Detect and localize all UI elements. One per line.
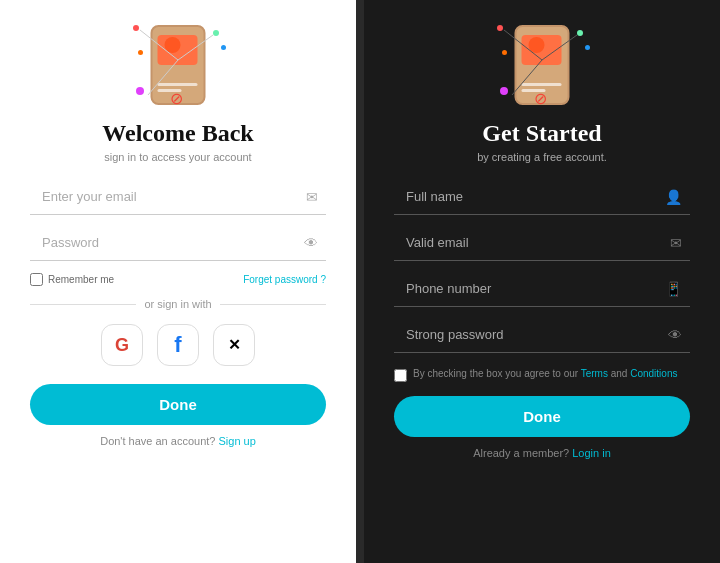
signup-bottom-text: Already a member? Login in <box>473 447 611 459</box>
or-text: or sign in with <box>144 298 211 310</box>
login-panel: ⊘ Welcome Back sign in to access your ac… <box>0 0 356 563</box>
decoration-dot <box>136 87 144 95</box>
signup-password-input-group: 👁 <box>394 317 690 353</box>
login-bottom-text: Don't have an account? Sign up <box>100 435 256 447</box>
illustration-right: ⊘ <box>492 20 592 110</box>
decoration-dot <box>221 45 226 50</box>
remember-checkbox[interactable] <box>30 273 43 286</box>
terms-link[interactable]: Terms <box>581 368 608 379</box>
no-sign-icon: ⊘ <box>170 89 183 108</box>
phone-avatar-right <box>529 37 545 53</box>
decoration-dot <box>497 25 503 31</box>
terms-row: By checking the box you agree to our Ter… <box>394 367 690 382</box>
signup-panel: ⊘ Get Started by creating a free account… <box>364 0 720 563</box>
decoration-dot <box>502 50 507 55</box>
phone-avatar <box>165 37 181 53</box>
eye-icon[interactable]: 👁 <box>304 235 318 251</box>
phone-line <box>158 83 198 86</box>
signup-done-button[interactable]: Done <box>394 396 690 437</box>
signup-link[interactable]: Sign up <box>219 435 256 447</box>
twitter-signin-button[interactable]: ✕ <box>213 324 255 366</box>
eye-icon-right[interactable]: 👁 <box>668 327 682 343</box>
signup-email-input[interactable] <box>394 225 690 261</box>
phone-icon: 📱 <box>665 281 682 297</box>
no-sign-icon-right: ⊘ <box>534 89 547 108</box>
email-icon: ✉ <box>306 189 318 205</box>
remember-row: Remember me Forget password ? <box>30 273 326 286</box>
decoration-dot <box>500 87 508 95</box>
x-icon: ✕ <box>228 336 241 354</box>
password-input[interactable] <box>30 225 326 261</box>
terms-checkbox[interactable] <box>394 369 407 382</box>
phone-line <box>522 83 562 86</box>
signup-password-input[interactable] <box>394 317 690 353</box>
conditions-link[interactable]: Conditions <box>630 368 677 379</box>
decoration-dot <box>138 50 143 55</box>
panel-divider <box>356 0 364 563</box>
google-icon: G <box>115 335 129 356</box>
fullname-input[interactable] <box>394 179 690 215</box>
phone-input[interactable] <box>394 271 690 307</box>
fullname-input-group: 👤 <box>394 179 690 215</box>
login-done-button[interactable]: Done <box>30 384 326 425</box>
signup-title: Get Started <box>482 120 601 147</box>
forget-password-link[interactable]: Forget password ? <box>243 274 326 285</box>
facebook-signin-button[interactable]: f <box>157 324 199 366</box>
or-line-right <box>220 304 326 305</box>
terms-text: By checking the box you agree to our Ter… <box>413 367 677 381</box>
signup-subtitle: by creating a free account. <box>477 151 607 163</box>
decoration-dot <box>577 30 583 36</box>
facebook-icon: f <box>174 332 181 358</box>
email-input-group: ✉ <box>30 179 326 215</box>
decoration-dot <box>133 25 139 31</box>
login-link[interactable]: Login in <box>572 447 611 459</box>
signup-email-input-group: ✉ <box>394 225 690 261</box>
phone-input-group: 📱 <box>394 271 690 307</box>
remember-label[interactable]: Remember me <box>30 273 114 286</box>
decoration-dot <box>585 45 590 50</box>
email-input[interactable] <box>30 179 326 215</box>
or-divider: or sign in with <box>30 298 326 310</box>
decoration-dot <box>213 30 219 36</box>
email-icon-right: ✉ <box>670 235 682 251</box>
login-title: Welcome Back <box>102 120 253 147</box>
google-signin-button[interactable]: G <box>101 324 143 366</box>
or-line-left <box>30 304 136 305</box>
illustration-left: ⊘ <box>128 20 228 110</box>
password-input-group: 👁 <box>30 225 326 261</box>
login-subtitle: sign in to access your account <box>104 151 251 163</box>
social-buttons: G f ✕ <box>101 324 255 366</box>
person-icon: 👤 <box>665 189 682 205</box>
